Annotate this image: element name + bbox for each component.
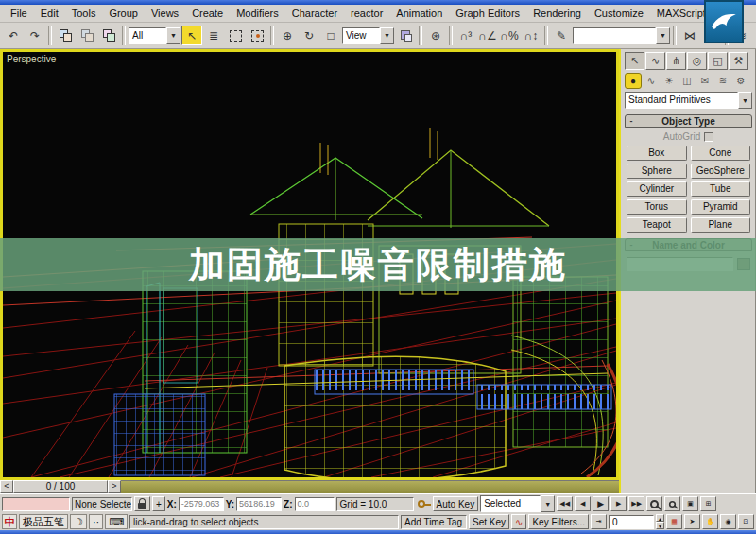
current-frame-field[interactable]: 0 — [609, 515, 654, 529]
zoom-icon[interactable] — [646, 496, 662, 511]
next-frame-icon[interactable]: ▶ — [610, 496, 627, 511]
field-of-view-icon[interactable]: ➤ — [684, 514, 700, 529]
named-sets-dropdown[interactable]: ▼ — [573, 27, 670, 44]
time-slider-thumb[interactable]: 0 / 100 — [13, 480, 108, 493]
zoom-extents-icon[interactable]: ▣ — [682, 496, 698, 511]
spinner-down-icon[interactable]: ▼ — [656, 522, 664, 529]
goto-end-icon[interactable]: ▶▶ — [628, 496, 644, 511]
select-and-link-icon[interactable] — [55, 26, 76, 45]
named-selection-sets-icon[interactable]: ✎ — [551, 26, 572, 45]
chevron-down-icon[interactable]: ▼ — [541, 495, 555, 512]
ime-name[interactable]: 极品五笔 — [19, 514, 68, 529]
spacewarps-icon[interactable]: ≋ — [714, 73, 731, 89]
plane-button[interactable]: Plane — [691, 217, 751, 233]
tab-display-icon[interactable]: ◱ — [708, 52, 728, 70]
goto-start-icon[interactable]: ◀◀ — [557, 496, 573, 511]
chevron-down-icon[interactable]: ▼ — [380, 27, 394, 44]
menu-modifiers[interactable]: Modifiers — [230, 7, 285, 20]
helpers-icon[interactable]: ✉ — [696, 73, 713, 89]
snap-toggle-3d-icon[interactable]: ∩³ — [455, 26, 476, 45]
frame-spinner[interactable]: ▲ ▼ — [656, 514, 664, 529]
select-and-scale-icon[interactable]: □ — [320, 26, 341, 45]
object-type-rollout-header[interactable]: - Object Type — [625, 114, 752, 128]
tab-motion-icon[interactable]: ◎ — [687, 52, 707, 70]
menu-file[interactable]: File — [4, 7, 34, 20]
reference-coordinate-dropdown[interactable]: View ▼ — [342, 27, 394, 44]
add-time-tag[interactable]: Add Time Tag — [401, 515, 467, 529]
mirror-icon[interactable]: ⋈ — [679, 26, 700, 45]
chevron-down-icon[interactable]: ▼ — [738, 92, 752, 109]
previous-frame-icon[interactable]: ◀ — [575, 496, 591, 511]
z-coordinate-field[interactable]: 0.0 — [295, 497, 335, 511]
tab-modify-icon[interactable]: ∿ — [645, 52, 665, 70]
cone-button[interactable]: Cone — [691, 146, 751, 161]
ime-punctuation-icon[interactable]: ·· — [89, 514, 103, 529]
teapot-button[interactable]: Teapot — [627, 217, 687, 233]
menu-animation[interactable]: Animation — [389, 7, 449, 20]
previous-frame-button[interactable]: < — [0, 480, 13, 493]
shapes-icon[interactable]: ∿ — [643, 73, 660, 89]
set-key-button[interactable]: Set Key — [469, 514, 509, 529]
menu-rendering[interactable]: Rendering — [526, 7, 588, 20]
menu-views[interactable]: Views — [145, 7, 185, 20]
viewport-label[interactable]: Perspective — [7, 54, 56, 64]
sphere-button[interactable]: Sphere — [627, 164, 687, 179]
collapse-icon[interactable]: - — [626, 116, 637, 126]
tab-utilities-icon[interactable]: ⚒ — [729, 52, 748, 70]
percent-snap-icon[interactable]: ∩% — [499, 26, 520, 45]
set-key-curve-icon[interactable]: ∿ — [511, 514, 526, 529]
autogrid-checkbox[interactable] — [704, 132, 713, 142]
key-mode-toggle-icon[interactable]: ⇥ — [591, 514, 607, 529]
bind-to-spacewarp-icon[interactable] — [98, 26, 119, 45]
select-and-rotate-icon[interactable]: ↻ — [299, 26, 319, 45]
unlink-selection-icon[interactable] — [77, 26, 97, 45]
pan-icon[interactable]: ✋ — [702, 514, 718, 529]
selection-filter-dropdown[interactable]: All ▼ — [129, 27, 180, 44]
absolute-mode-button[interactable]: + — [152, 496, 165, 511]
menu-customize[interactable]: Customize — [588, 7, 650, 20]
chevron-down-icon[interactable]: ▼ — [656, 27, 670, 44]
menu-maxscript[interactable]: MAXScript — [650, 7, 713, 20]
angle-snap-icon[interactable]: ∩∠ — [477, 26, 498, 45]
time-configuration-icon[interactable]: ▦ — [666, 514, 682, 529]
lights-icon[interactable]: ☀ — [661, 73, 678, 89]
track-bar[interactable] — [121, 480, 619, 493]
chevron-down-icon[interactable]: ▼ — [166, 27, 180, 44]
arc-rotate-icon[interactable]: ◉ — [720, 514, 736, 529]
x-coordinate-field[interactable]: -2579.063 — [179, 497, 224, 511]
zoom-all-icon[interactable] — [664, 496, 680, 511]
tab-hierarchy-icon[interactable]: ⋔ — [666, 52, 686, 70]
rectangular-selection-region-icon[interactable] — [225, 26, 246, 45]
ime-language-icon[interactable]: 中 — [2, 514, 17, 529]
spinner-snap-icon[interactable]: ∩↕ — [521, 26, 541, 45]
keyboard-icon[interactable]: ⌨ — [105, 514, 128, 529]
maximize-viewport-icon[interactable]: ⊡ — [738, 514, 754, 529]
use-pivot-point-icon[interactable] — [395, 26, 416, 45]
auto-key-button[interactable]: Auto Key — [433, 496, 479, 511]
systems-icon[interactable]: ⚙ — [732, 73, 749, 89]
redo-icon[interactable]: ↷ — [25, 26, 45, 45]
geosphere-button[interactable]: GeoSphere — [691, 164, 751, 179]
primitives-dropdown[interactable]: Standard Primitives ▼ — [625, 92, 752, 109]
tab-create-icon[interactable]: ↖ — [625, 52, 644, 70]
key-filters-button[interactable]: Key Filters... — [528, 514, 589, 529]
select-and-manipulate-icon[interactable]: ⊛ — [425, 26, 446, 45]
cameras-icon[interactable]: ◫ — [679, 73, 696, 89]
maxscript-mini-listener[interactable] — [2, 497, 70, 511]
menu-tools[interactable]: Tools — [65, 7, 103, 20]
box-button[interactable]: Box — [627, 146, 687, 161]
menu-reactor[interactable]: reactor — [344, 7, 389, 20]
next-frame-button[interactable]: > — [108, 480, 121, 493]
geometry-icon[interactable]: ● — [625, 73, 642, 89]
key-selection-dropdown[interactable]: Selected ▼ — [480, 495, 555, 512]
menu-create[interactable]: Create — [185, 7, 230, 20]
tube-button[interactable]: Tube — [691, 181, 751, 197]
torus-button[interactable]: Torus — [627, 199, 687, 215]
window-crossing-selection-icon[interactable] — [247, 26, 267, 45]
cylinder-button[interactable]: Cylinder — [627, 181, 687, 197]
selection-lock-button[interactable] — [134, 496, 150, 511]
select-by-name-icon[interactable]: ≣ — [203, 26, 224, 45]
menu-edit[interactable]: Edit — [34, 7, 65, 20]
pyramid-button[interactable]: Pyramid — [691, 199, 751, 215]
play-icon[interactable]: ▶ — [593, 496, 609, 511]
